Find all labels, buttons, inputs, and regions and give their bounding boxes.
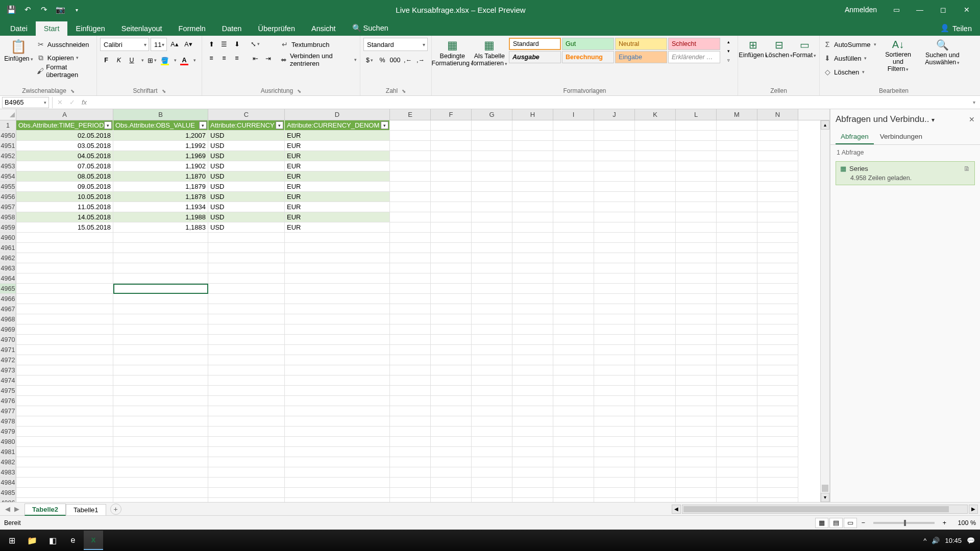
cell[interactable] xyxy=(594,447,635,457)
cell[interactable] xyxy=(431,416,472,427)
cell[interactable] xyxy=(594,457,635,467)
cell[interactable]: 07.05.2018 xyxy=(16,161,113,171)
cell[interactable] xyxy=(472,467,512,478)
cell[interactable] xyxy=(431,355,472,365)
row-header[interactable]: 1 xyxy=(0,120,16,131)
row-header[interactable]: 4979 xyxy=(0,427,16,437)
cell[interactable] xyxy=(676,498,717,502)
cell[interactable] xyxy=(553,457,594,467)
cell[interactable] xyxy=(512,171,553,182)
col-header-n[interactable]: N xyxy=(757,109,798,120)
cell[interactable] xyxy=(757,324,798,335)
cell[interactable] xyxy=(676,233,717,243)
row-header[interactable]: 4959 xyxy=(0,222,16,233)
cell[interactable] xyxy=(757,192,798,202)
cell[interactable] xyxy=(635,294,676,304)
cell[interactable] xyxy=(594,386,635,396)
cell[interactable] xyxy=(285,314,390,324)
cell[interactable] xyxy=(16,345,113,355)
cell[interactable] xyxy=(512,488,553,498)
cell[interactable] xyxy=(390,314,431,324)
cell[interactable] xyxy=(717,375,757,386)
cell[interactable] xyxy=(390,182,431,192)
increase-decimal-icon[interactable]: ,← xyxy=(402,54,414,66)
cell[interactable] xyxy=(717,171,757,182)
cell[interactable] xyxy=(757,345,798,355)
row-header[interactable]: 4974 xyxy=(0,375,16,386)
col-header-j[interactable]: J xyxy=(594,109,635,120)
cell[interactable] xyxy=(16,365,113,375)
scroll-up-icon[interactable]: ▴ xyxy=(821,120,829,130)
cell[interactable] xyxy=(512,304,553,314)
cell[interactable] xyxy=(472,416,512,427)
cell[interactable] xyxy=(717,335,757,345)
cell[interactable] xyxy=(16,263,113,273)
cell[interactable] xyxy=(757,335,798,345)
cell[interactable] xyxy=(390,284,431,294)
cell[interactable] xyxy=(16,233,113,243)
fill-color-more-icon[interactable] xyxy=(172,54,178,66)
row-header[interactable]: 4983 xyxy=(0,467,16,478)
number-format-select[interactable]: Standard xyxy=(363,38,428,51)
cell[interactable] xyxy=(553,222,594,233)
cell[interactable]: EUR xyxy=(285,141,390,151)
cell[interactable] xyxy=(431,161,472,171)
cell[interactable] xyxy=(717,488,757,498)
wrap-text-button[interactable]: ↵Textumbruch xyxy=(280,38,357,51)
query-tab-verbindungen[interactable]: Verbindungen xyxy=(875,130,927,144)
cell[interactable] xyxy=(553,416,594,427)
cell[interactable] xyxy=(285,304,390,314)
cell[interactable] xyxy=(431,447,472,457)
vertical-scrollbar[interactable]: ▴ ▾ xyxy=(820,120,829,502)
tab-einfuegen[interactable]: Einfügen xyxy=(67,21,113,36)
minimize-icon[interactable]: — xyxy=(909,0,931,19)
cell[interactable] xyxy=(472,427,512,437)
filter-icon[interactable]: ▾ xyxy=(276,121,283,129)
font-size-select[interactable]: 11 xyxy=(151,38,167,51)
cell[interactable] xyxy=(512,345,553,355)
orientation-icon[interactable]: ⤡ xyxy=(249,38,261,50)
cell[interactable] xyxy=(676,375,717,386)
cell[interactable] xyxy=(553,314,594,324)
cell[interactable] xyxy=(390,192,431,202)
cell[interactable] xyxy=(113,447,208,457)
cut-button[interactable]: ✂Ausschneiden xyxy=(36,38,93,51)
cell[interactable]: 1,1969 xyxy=(113,151,208,161)
cell[interactable] xyxy=(390,335,431,345)
cell[interactable] xyxy=(717,324,757,335)
undo-icon[interactable]: ↶ xyxy=(20,3,35,17)
cell[interactable] xyxy=(208,386,285,396)
horizontal-scrollbar[interactable] xyxy=(682,505,968,514)
excel-taskbar-icon[interactable]: x xyxy=(84,531,103,550)
cell[interactable] xyxy=(757,304,798,314)
cell[interactable] xyxy=(390,467,431,478)
cell[interactable] xyxy=(208,478,285,488)
cell[interactable] xyxy=(431,396,472,406)
cell[interactable] xyxy=(472,233,512,243)
cell[interactable] xyxy=(594,273,635,284)
cell[interactable] xyxy=(16,253,113,263)
view-normal-icon[interactable]: ▦ xyxy=(815,518,828,528)
cell[interactable]: EUR xyxy=(285,151,390,161)
row-header[interactable]: 4960 xyxy=(0,233,16,243)
tray-expand-icon[interactable]: ^ xyxy=(923,537,926,544)
cell[interactable] xyxy=(285,488,390,498)
row-header[interactable]: 4952 xyxy=(0,151,16,161)
cell[interactable] xyxy=(208,355,285,365)
number-launcher-icon[interactable]: ⬊ xyxy=(402,88,406,94)
cell[interactable] xyxy=(472,192,512,202)
cell[interactable] xyxy=(472,171,512,182)
cell[interactable] xyxy=(717,233,757,243)
view-page-break-icon[interactable]: ▭ xyxy=(844,518,857,528)
cell[interactable] xyxy=(285,447,390,457)
cell[interactable] xyxy=(757,161,798,171)
cell[interactable] xyxy=(594,161,635,171)
cell[interactable] xyxy=(285,233,390,243)
cell[interactable]: 10.05.2018 xyxy=(16,192,113,202)
cell[interactable] xyxy=(676,192,717,202)
font-name-select[interactable]: Calibri xyxy=(100,38,149,51)
cell[interactable] xyxy=(113,335,208,345)
cell[interactable] xyxy=(113,488,208,498)
hscroll-left-icon[interactable]: ◀ xyxy=(672,505,681,514)
cell[interactable] xyxy=(16,314,113,324)
